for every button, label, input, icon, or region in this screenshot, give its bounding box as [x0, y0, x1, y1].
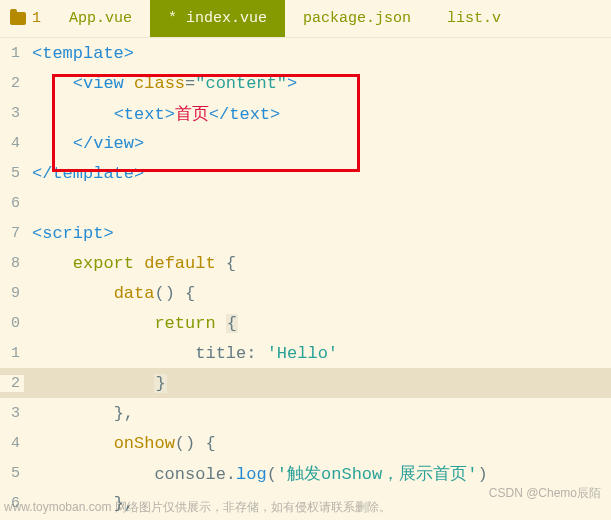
code-line-active: 2 }	[0, 368, 611, 398]
code-editor[interactable]: 1 <template> 2 <view class="content"> 3 …	[0, 38, 611, 518]
token-punc: },	[114, 494, 134, 513]
token-keyword: export	[73, 254, 134, 273]
code-line: 7 <script>	[0, 218, 611, 248]
code-line: 6	[0, 188, 611, 218]
token-punc: () {	[154, 284, 195, 303]
line-number: 8	[0, 255, 24, 272]
code-line: 3 <text>首页</text>	[0, 98, 611, 128]
tab-package-json[interactable]: package.json	[285, 0, 429, 37]
token-brace: {	[226, 254, 236, 273]
line-number: 9	[0, 285, 24, 302]
code-line: 0 return {	[0, 308, 611, 338]
folder-icon	[10, 12, 26, 25]
code-line: 1 title: 'Hello'	[0, 338, 611, 368]
token-tag: <text>	[114, 105, 175, 124]
token-obj: console	[154, 465, 225, 484]
token-tag: </view>	[73, 134, 144, 153]
line-number: 6	[0, 195, 24, 212]
folder-tab[interactable]: 1	[0, 0, 51, 37]
code-line: 4 onShow() {	[0, 428, 611, 458]
tab-bar: 1 App.vue * index.vue package.json list.…	[0, 0, 611, 38]
token-string: '触发onShow，展示首页'	[277, 465, 478, 484]
line-number: 3	[0, 105, 24, 122]
token-method: onShow	[114, 434, 175, 453]
token-attr: class	[124, 74, 185, 93]
token-tag: </template>	[32, 164, 144, 183]
code-line: 6 },	[0, 488, 611, 518]
code-line: 1 <template>	[0, 38, 611, 68]
token-punc: )	[477, 465, 487, 484]
code-line: 4 </view>	[0, 128, 611, 158]
line-number: 4	[0, 135, 24, 152]
token-keyword: return	[154, 314, 215, 333]
line-number: 7	[0, 225, 24, 242]
folder-label: 1	[32, 10, 41, 27]
token-text: 首页	[175, 105, 209, 124]
token-punc: (	[267, 465, 277, 484]
token-tag: <script>	[32, 224, 114, 243]
code-line: 3 },	[0, 398, 611, 428]
token-tag: <view	[73, 74, 124, 93]
token-string: 'Hello'	[267, 344, 338, 363]
code-line: 9 data() {	[0, 278, 611, 308]
token-method: log	[236, 465, 267, 484]
token-prop: title	[195, 344, 246, 363]
token-string: "content"	[195, 74, 287, 93]
token-punc: },	[114, 404, 134, 423]
line-number: 1	[0, 345, 24, 362]
token-punc: () {	[175, 434, 216, 453]
code-line: 5 console.log('触发onShow，展示首页')	[0, 458, 611, 488]
token-keyword: default	[134, 254, 226, 273]
line-number: 5	[0, 165, 24, 182]
token-brace: }	[154, 374, 166, 393]
token-punc: =	[185, 74, 195, 93]
line-number: 0	[0, 315, 24, 332]
token-tag: </text>	[209, 105, 280, 124]
tab-app-vue[interactable]: App.vue	[51, 0, 150, 37]
line-number: 4	[0, 435, 24, 452]
line-number: 6	[0, 495, 24, 512]
token-punc: .	[226, 465, 236, 484]
code-line: 8 export default {	[0, 248, 611, 278]
line-number: 2	[0, 375, 24, 392]
token-punc: :	[246, 344, 266, 363]
line-number: 1	[0, 45, 24, 62]
tab-list[interactable]: list.v	[429, 0, 519, 37]
token-tag: >	[287, 74, 297, 93]
line-number: 3	[0, 405, 24, 422]
tab-index-vue[interactable]: * index.vue	[150, 0, 285, 37]
token-method: data	[114, 284, 155, 303]
code-line: 2 <view class="content">	[0, 68, 611, 98]
token-tag: <template>	[32, 44, 134, 63]
code-line: 5 </template>	[0, 158, 611, 188]
line-number: 5	[0, 465, 24, 482]
line-number: 2	[0, 75, 24, 92]
token-brace: {	[226, 314, 238, 333]
